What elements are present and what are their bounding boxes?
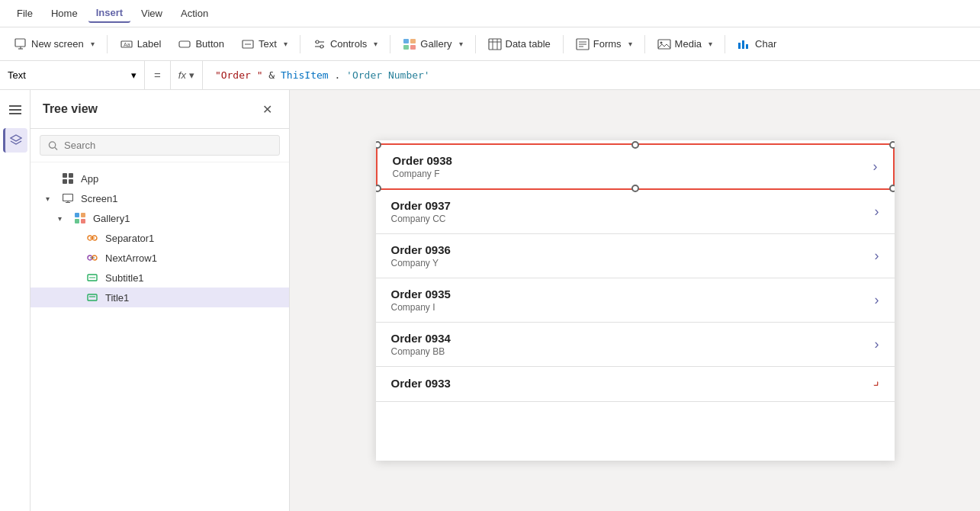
text-icon: [241, 37, 255, 51]
menu-insert[interactable]: Insert: [88, 4, 130, 23]
icon-sidebar: [0, 90, 31, 511]
new-screen-button[interactable]: New screen ▾: [6, 34, 102, 55]
gallery-item-4-sub: Company BB: [391, 346, 875, 357]
data-table-button[interactable]: Data table: [480, 34, 558, 55]
tree-item-screen1[interactable]: ▾ Screen1: [31, 188, 289, 208]
gallery-item-1[interactable]: Order 0937 Company CC ›: [376, 190, 895, 234]
gallery-item-5[interactable]: Order 0933 ›: [376, 367, 895, 402]
divider-4: [475, 35, 476, 53]
tree-header: Tree view ✕: [31, 90, 289, 129]
resize-handle-tr[interactable]: [889, 141, 895, 149]
menu-action[interactable]: Action: [173, 5, 216, 22]
gallery-item-0[interactable]: Order 0938 Company F ›: [376, 143, 895, 190]
svg-rect-15: [410, 45, 416, 50]
tree-search: [31, 129, 289, 162]
subtitle-icon: [85, 271, 99, 284]
title-icon: [85, 291, 99, 304]
toolbar: New screen ▾ Aa Label Button Text ▾ Cont…: [0, 27, 980, 61]
gallery-item-0-title: Order 0938: [393, 154, 873, 167]
svg-rect-5: [179, 41, 190, 47]
tree-item-app[interactable]: App: [31, 169, 289, 188]
gallery-item-1-text: Order 0937 Company CC: [391, 199, 875, 224]
gallery-tree-icon: [73, 211, 87, 225]
gallery-item-3-title: Order 0935: [391, 288, 875, 300]
media-button[interactable]: Media ▾: [650, 34, 720, 55]
new-screen-icon: [14, 37, 27, 51]
menu-view[interactable]: View: [133, 5, 170, 22]
tree-item-screen1-label: Screen1: [81, 193, 117, 204]
svg-rect-27: [742, 40, 744, 49]
formula-fx-button[interactable]: fx ▾: [171, 61, 203, 89]
gallery-item-3-text: Order 0935 Company I: [391, 288, 875, 313]
svg-point-9: [316, 40, 319, 43]
text-chevron: ▾: [284, 40, 288, 48]
label-button[interactable]: Aa Label: [112, 34, 169, 55]
gallery-item-2[interactable]: Order 0936 Company Y ›: [376, 234, 895, 278]
svg-rect-39: [63, 194, 73, 201]
svg-point-25: [660, 41, 662, 43]
hamburger-menu[interactable]: [3, 98, 27, 122]
formula-string1: "Order ": [215, 69, 263, 81]
svg-rect-24: [658, 40, 670, 49]
svg-text:Aa: Aa: [124, 42, 130, 47]
svg-line-34: [55, 147, 57, 149]
separator-icon: [85, 231, 99, 245]
tree-item-nextarrow1[interactable]: NextArrow1: [31, 248, 289, 268]
resize-handle-tm[interactable]: [631, 141, 639, 149]
media-icon: [657, 37, 671, 51]
menu-home[interactable]: Home: [43, 5, 85, 22]
search-input[interactable]: [64, 140, 272, 151]
svg-point-33: [49, 141, 55, 147]
divider-5: [563, 35, 564, 53]
gallery-item-1-sub: Company CC: [391, 214, 875, 224]
button-button[interactable]: Button: [170, 34, 232, 55]
gallery-item-5-text: Order 0933: [391, 377, 875, 391]
tree-search-container[interactable]: [40, 135, 280, 156]
svg-rect-28: [746, 44, 748, 49]
forms-button[interactable]: Forms ▾: [568, 34, 640, 55]
formula-dropdown-arrow: ▾: [131, 69, 137, 81]
layers-icon-button[interactable]: [3, 128, 27, 153]
button-icon: [178, 37, 191, 51]
formula-expression: "Order " & ThisItem . 'Order Number': [203, 69, 442, 81]
gallery-item-3[interactable]: Order 0935 Company I ›: [376, 278, 895, 323]
gallery-button[interactable]: Gallery ▾: [395, 34, 470, 55]
gallery-item-0-arrow: ›: [873, 159, 878, 175]
chart-icon: [737, 37, 751, 51]
tree-close-button[interactable]: ✕: [257, 99, 277, 119]
tree-item-subtitle1[interactable]: Subtitle1: [31, 268, 289, 288]
gallery-item-0-sub: Company F: [393, 169, 873, 179]
screen-icon: [61, 191, 75, 205]
gallery-list: Order 0938 Company F › Order 0937 Compan…: [376, 143, 895, 461]
forms-chevron: ▾: [628, 40, 632, 48]
gallery-item-3-arrow: ›: [875, 292, 879, 308]
formula-order-number: 'Order Number': [346, 69, 430, 81]
text-button[interactable]: Text ▾: [233, 34, 295, 55]
gallery-item-4[interactable]: Order 0934 Company BB ›: [376, 323, 895, 367]
controls-button[interactable]: Controls ▾: [305, 34, 385, 55]
formula-dropdown[interactable]: Text ▾: [0, 61, 145, 89]
svg-rect-38: [69, 179, 73, 184]
canvas-area: Order 0938 Company F › Order 0937 Compan…: [290, 90, 980, 511]
menu-file[interactable]: File: [9, 5, 40, 22]
app-icon: [61, 172, 75, 185]
gallery-item-3-sub: Company I: [391, 302, 875, 313]
gallery-item-2-sub: Company Y: [391, 258, 875, 268]
divider-7: [725, 35, 725, 53]
svg-point-11: [320, 45, 323, 48]
svg-rect-16: [489, 39, 501, 50]
label-icon: Aa: [120, 37, 133, 51]
divider-6: [644, 35, 645, 53]
search-icon: [48, 140, 58, 151]
divider-1: [107, 35, 108, 53]
svg-rect-42: [75, 213, 79, 217]
divider-2: [300, 35, 300, 53]
resize-handle-tl[interactable]: [376, 141, 381, 149]
fx-label: fx: [178, 69, 186, 81]
tree-item-separator1[interactable]: Separator1: [31, 228, 289, 248]
tree-panel: Tree view ✕ App ▾: [31, 90, 290, 511]
gallery-item-1-title: Order 0937: [391, 199, 875, 212]
chart-button[interactable]: Char: [730, 34, 784, 55]
tree-item-gallery1[interactable]: ▾ Gallery1: [31, 208, 289, 228]
tree-item-title1[interactable]: Title1: [31, 288, 289, 307]
